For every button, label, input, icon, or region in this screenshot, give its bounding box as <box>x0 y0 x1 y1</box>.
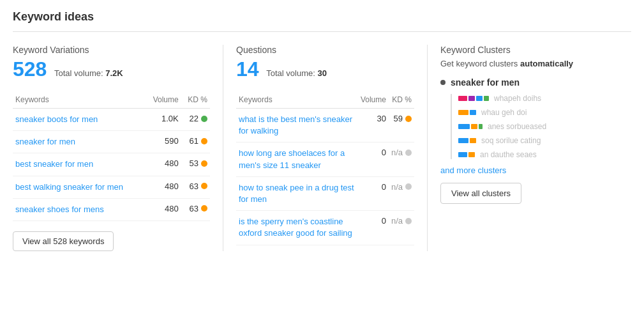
kd-dot <box>201 116 207 122</box>
table-row: sneaker boots for men 1.0K 22 <box>13 109 210 131</box>
list-item: anes sorbueased <box>458 122 631 131</box>
volume-cell: 480 <box>145 176 181 198</box>
volume-cell: 30 <box>358 109 389 143</box>
kd-cell: 61 <box>181 131 210 153</box>
questions-volume: Total volume: 30 <box>266 68 327 78</box>
section-variations: Keyword Variations 528 Total volume: 7.2… <box>13 45 223 251</box>
volume-cell: 0 <box>358 211 389 245</box>
table-row: what is the best men's sneaker for walki… <box>236 109 414 143</box>
variations-count-row: 528 Total volume: 7.2K <box>13 58 210 81</box>
page-container: Keyword ideas Keyword Variations 528 Tot… <box>0 0 644 261</box>
table-row: best sneaker for men 480 53 <box>13 153 210 176</box>
keyword-link[interactable]: best walking sneaker for men <box>15 182 123 192</box>
view-all-keywords-button[interactable]: View all 528 keywords <box>13 231 114 251</box>
mini-bar <box>471 124 477 129</box>
volume-cell: 590 <box>145 131 181 153</box>
variations-col-volume: Volume <box>145 91 181 109</box>
cluster-item-label: whau geh doi <box>481 108 527 117</box>
mini-bar <box>476 96 483 101</box>
questions-col-volume: Volume <box>358 91 389 109</box>
kd-dot <box>201 160 207 167</box>
list-item: soq sorilue cating <box>458 136 631 145</box>
kd-cell: 22 <box>181 109 210 131</box>
kd-cell: 53 <box>181 153 210 176</box>
mini-bar <box>468 152 475 157</box>
volume-cell: 480 <box>145 198 181 220</box>
kd-dot <box>405 183 412 190</box>
kd-dot <box>201 138 207 144</box>
kd-dot <box>201 205 207 212</box>
variations-table: Keywords Volume KD % sneaker boots for m… <box>13 91 210 221</box>
volume-cell: 0 <box>358 143 389 176</box>
keyword-link[interactable]: how long are shoelaces for a men's size … <box>239 148 345 169</box>
table-row: is the sperry men's coastline oxford sne… <box>236 211 414 245</box>
mini-bar <box>458 96 467 101</box>
questions-table: Keywords Volume KD % what is the best me… <box>236 91 414 245</box>
mini-bar <box>458 124 470 129</box>
cluster-main-label: sneaker for men <box>451 77 520 88</box>
mini-bar <box>458 152 467 157</box>
keyword-link[interactable]: sneaker boots for men <box>15 114 98 124</box>
volume-cell: 0 <box>358 176 389 210</box>
bar-group <box>458 152 475 157</box>
kd-cell: n/a <box>389 211 414 245</box>
volume-cell: 480 <box>145 153 181 176</box>
list-item: an dauthe seaes <box>458 150 631 159</box>
cluster-items: whapeh doihs whau geh doi anes sorbuease… <box>451 94 631 159</box>
section-clusters: Keyword Clusters Get keyword clusters au… <box>428 45 631 251</box>
keyword-link[interactable]: what is the best men's sneaker for walki… <box>239 114 352 135</box>
mini-bar <box>484 96 489 101</box>
sections-row: Keyword Variations 528 Total volume: 7.2… <box>13 45 631 251</box>
variations-count: 528 <box>13 58 47 81</box>
cluster-item-label: an dauthe seaes <box>480 150 537 159</box>
clusters-auto-text: Get keyword clusters automatically <box>440 59 631 68</box>
cluster-item-label: whapeh doihs <box>494 94 541 103</box>
kd-cell: n/a <box>389 143 414 176</box>
keyword-link[interactable]: is the sperry men's coastline oxford sne… <box>239 217 352 238</box>
keyword-link[interactable]: best sneaker for men <box>15 159 93 169</box>
bar-group <box>458 110 476 115</box>
clusters-label: Keyword Clusters <box>440 45 631 55</box>
kd-cell: 63 <box>181 176 210 198</box>
kd-dot <box>405 218 412 224</box>
kd-cell: n/a <box>389 176 414 210</box>
bar-group <box>458 96 489 101</box>
keyword-link[interactable]: sneaker shoes for mens <box>15 204 104 214</box>
list-item: whapeh doihs <box>458 94 631 103</box>
view-all-clusters-button[interactable]: View all clusters <box>440 183 521 204</box>
table-row: how long are shoelaces for a men's size … <box>236 143 414 176</box>
cluster-main-row: sneaker for men <box>440 77 631 88</box>
questions-col-kd: KD % <box>389 91 414 109</box>
questions-count-row: 14 Total volume: 30 <box>236 58 414 81</box>
kd-dot <box>405 116 412 122</box>
kd-cell: 63 <box>181 198 210 220</box>
mini-bar <box>470 110 476 115</box>
bar-group <box>458 124 483 129</box>
variations-col-keywords: Keywords <box>13 91 145 109</box>
questions-count: 14 <box>236 58 259 81</box>
kd-dot <box>405 150 412 156</box>
mini-bar <box>458 110 468 115</box>
cluster-main-dot <box>440 80 446 85</box>
keyword-link[interactable]: how to sneak pee in a drug test for men <box>239 183 354 204</box>
cluster-item-label: soq sorilue cating <box>481 136 541 145</box>
mini-bar <box>468 96 475 101</box>
variations-col-kd: KD % <box>181 91 210 109</box>
bar-group <box>458 138 476 143</box>
volume-cell: 1.0K <box>145 109 181 131</box>
mini-bar <box>458 138 468 143</box>
keyword-link[interactable]: sneaker for men <box>15 137 75 146</box>
page-title: Keyword ideas <box>13 10 631 32</box>
cluster-item-label: anes sorbueased <box>488 122 546 131</box>
kd-cell: 59 <box>389 109 414 143</box>
table-row: best walking sneaker for men 480 63 <box>13 176 210 198</box>
list-item: whau geh doi <box>458 108 631 117</box>
questions-col-keywords: Keywords <box>236 91 358 109</box>
variations-volume: Total volume: 7.2K <box>54 68 123 78</box>
and-more-clusters[interactable]: and more clusters <box>440 166 631 175</box>
variations-label: Keyword Variations <box>13 45 210 55</box>
kd-dot <box>201 183 207 189</box>
mini-bar <box>479 124 483 129</box>
questions-label: Questions <box>236 45 414 55</box>
table-row: sneaker for men 590 61 <box>13 131 210 153</box>
